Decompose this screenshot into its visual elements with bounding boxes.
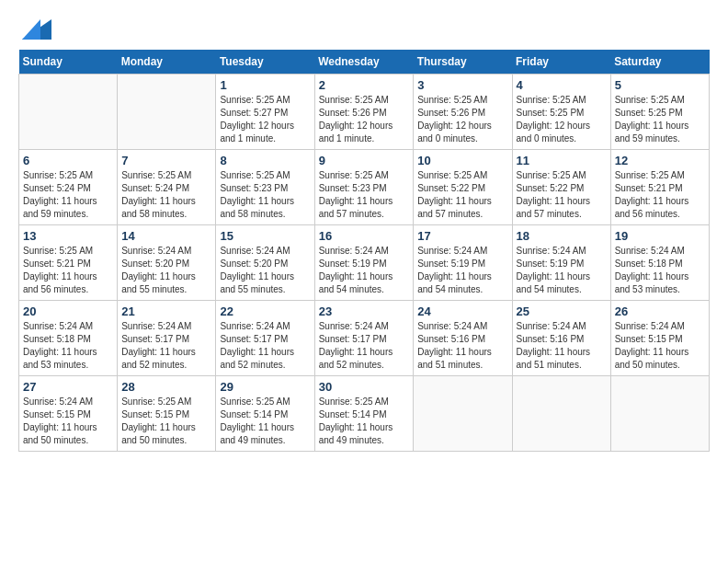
- calendar-week-row: 27Sunrise: 5:24 AM Sunset: 5:15 PM Dayli…: [19, 376, 710, 452]
- calendar-table: SundayMondayTuesdayWednesdayThursdayFrid…: [18, 50, 710, 452]
- cell-content: Sunrise: 5:25 AM Sunset: 5:14 PM Dayligh…: [220, 396, 310, 447]
- calendar-cell: 28Sunrise: 5:25 AM Sunset: 5:15 PM Dayli…: [118, 376, 216, 452]
- calendar-week-row: 20Sunrise: 5:24 AM Sunset: 5:18 PM Dayli…: [19, 301, 710, 376]
- cell-content: Sunrise: 5:24 AM Sunset: 5:20 PM Dayligh…: [220, 245, 310, 296]
- day-number: 25: [517, 304, 607, 318]
- calendar-cell: 14Sunrise: 5:24 AM Sunset: 5:20 PM Dayli…: [118, 225, 216, 301]
- day-number: 10: [417, 154, 507, 167]
- cell-content: Sunrise: 5:25 AM Sunset: 5:14 PM Dayligh…: [319, 396, 410, 447]
- calendar-cell: 8Sunrise: 5:25 AM Sunset: 5:23 PM Daylig…: [216, 150, 314, 225]
- header-cell-saturday: Saturday: [610, 50, 709, 75]
- cell-content: Sunrise: 5:24 AM Sunset: 5:18 PM Dayligh…: [615, 245, 705, 296]
- day-number: 20: [23, 304, 113, 318]
- day-number: 30: [319, 380, 410, 394]
- header-cell-monday: Monday: [118, 50, 216, 75]
- calendar-cell: 19Sunrise: 5:24 AM Sunset: 5:18 PM Dayli…: [610, 225, 709, 301]
- calendar-cell: 15Sunrise: 5:24 AM Sunset: 5:20 PM Dayli…: [216, 225, 314, 301]
- day-number: 27: [23, 380, 113, 394]
- calendar-week-row: 6Sunrise: 5:25 AM Sunset: 5:24 PM Daylig…: [19, 150, 710, 225]
- calendar-cell: 6Sunrise: 5:25 AM Sunset: 5:24 PM Daylig…: [19, 150, 118, 225]
- header-cell-wednesday: Wednesday: [314, 50, 414, 75]
- day-number: 9: [319, 154, 410, 167]
- header-cell-sunday: Sunday: [19, 50, 118, 75]
- cell-content: Sunrise: 5:24 AM Sunset: 5:19 PM Dayligh…: [319, 245, 410, 296]
- calendar-cell: 25Sunrise: 5:24 AM Sunset: 5:16 PM Dayli…: [512, 301, 610, 376]
- day-number: 22: [220, 304, 310, 318]
- calendar-cell: [512, 376, 610, 452]
- calendar-cell: 7Sunrise: 5:25 AM Sunset: 5:24 PM Daylig…: [118, 150, 216, 225]
- cell-content: Sunrise: 5:25 AM Sunset: 5:21 PM Dayligh…: [23, 245, 113, 296]
- cell-content: Sunrise: 5:25 AM Sunset: 5:23 PM Dayligh…: [220, 169, 310, 221]
- cell-content: Sunrise: 5:24 AM Sunset: 5:17 PM Dayligh…: [121, 320, 211, 372]
- calendar-cell: 26Sunrise: 5:24 AM Sunset: 5:15 PM Dayli…: [610, 301, 709, 376]
- cell-content: Sunrise: 5:24 AM Sunset: 5:16 PM Dayligh…: [517, 320, 607, 372]
- calendar-cell: 2Sunrise: 5:25 AM Sunset: 5:26 PM Daylig…: [314, 75, 414, 150]
- cell-content: Sunrise: 5:25 AM Sunset: 5:23 PM Dayligh…: [319, 169, 410, 221]
- day-number: 28: [121, 380, 211, 394]
- calendar-cell: 17Sunrise: 5:24 AM Sunset: 5:19 PM Dayli…: [414, 225, 512, 301]
- calendar-cell: 20Sunrise: 5:24 AM Sunset: 5:18 PM Dayli…: [19, 301, 118, 376]
- cell-content: Sunrise: 5:24 AM Sunset: 5:16 PM Dayligh…: [417, 320, 507, 372]
- day-number: 26: [615, 304, 705, 318]
- calendar-cell: 9Sunrise: 5:25 AM Sunset: 5:23 PM Daylig…: [314, 150, 414, 225]
- calendar-cell: 22Sunrise: 5:24 AM Sunset: 5:17 PM Dayli…: [216, 301, 314, 376]
- calendar-cell: 11Sunrise: 5:25 AM Sunset: 5:22 PM Dayli…: [512, 150, 610, 225]
- calendar-cell: 30Sunrise: 5:25 AM Sunset: 5:14 PM Dayli…: [314, 376, 414, 452]
- calendar-cell: [118, 75, 216, 150]
- cell-content: Sunrise: 5:25 AM Sunset: 5:25 PM Dayligh…: [517, 94, 607, 145]
- cell-content: Sunrise: 5:24 AM Sunset: 5:18 PM Dayligh…: [23, 320, 113, 372]
- calendar-cell: [414, 376, 512, 452]
- day-number: 15: [220, 229, 310, 243]
- day-number: 5: [615, 78, 705, 92]
- calendar-cell: 16Sunrise: 5:24 AM Sunset: 5:19 PM Dayli…: [314, 225, 414, 301]
- cell-content: Sunrise: 5:25 AM Sunset: 5:26 PM Dayligh…: [417, 94, 507, 145]
- cell-content: Sunrise: 5:25 AM Sunset: 5:22 PM Dayligh…: [517, 169, 607, 221]
- day-number: 17: [417, 229, 507, 243]
- header: [18, 18, 710, 40]
- day-number: 3: [417, 78, 507, 92]
- cell-content: Sunrise: 5:25 AM Sunset: 5:21 PM Dayligh…: [615, 169, 705, 221]
- day-number: 21: [121, 304, 211, 318]
- logo: [18, 18, 51, 40]
- calendar-cell: 10Sunrise: 5:25 AM Sunset: 5:22 PM Dayli…: [414, 150, 512, 225]
- day-number: 24: [417, 304, 507, 318]
- calendar-cell: 12Sunrise: 5:25 AM Sunset: 5:21 PM Dayli…: [610, 150, 709, 225]
- day-number: 2: [319, 78, 410, 92]
- day-number: 14: [121, 229, 211, 243]
- header-cell-thursday: Thursday: [414, 50, 512, 75]
- cell-content: Sunrise: 5:25 AM Sunset: 5:24 PM Dayligh…: [121, 169, 211, 221]
- calendar-cell: [19, 75, 118, 150]
- calendar-cell: 3Sunrise: 5:25 AM Sunset: 5:26 PM Daylig…: [414, 75, 512, 150]
- day-number: 19: [615, 229, 705, 243]
- day-number: 23: [319, 304, 410, 318]
- cell-content: Sunrise: 5:25 AM Sunset: 5:26 PM Dayligh…: [319, 94, 410, 145]
- calendar-week-row: 13Sunrise: 5:25 AM Sunset: 5:21 PM Dayli…: [19, 225, 710, 301]
- cell-content: Sunrise: 5:25 AM Sunset: 5:25 PM Dayligh…: [615, 94, 705, 145]
- calendar-cell: 18Sunrise: 5:24 AM Sunset: 5:19 PM Dayli…: [512, 225, 610, 301]
- day-number: 4: [517, 78, 607, 92]
- cell-content: Sunrise: 5:24 AM Sunset: 5:19 PM Dayligh…: [417, 245, 507, 296]
- calendar-cell: 13Sunrise: 5:25 AM Sunset: 5:21 PM Dayli…: [19, 225, 118, 301]
- cell-content: Sunrise: 5:25 AM Sunset: 5:24 PM Dayligh…: [23, 169, 113, 221]
- cell-content: Sunrise: 5:24 AM Sunset: 5:17 PM Dayligh…: [220, 320, 310, 372]
- cell-content: Sunrise: 5:25 AM Sunset: 5:22 PM Dayligh…: [417, 169, 507, 221]
- calendar-cell: 24Sunrise: 5:24 AM Sunset: 5:16 PM Dayli…: [414, 301, 512, 376]
- calendar-cell: [610, 376, 709, 452]
- logo-icon: [22, 19, 51, 40]
- day-number: 6: [23, 154, 113, 167]
- day-number: 12: [615, 154, 705, 167]
- cell-content: Sunrise: 5:24 AM Sunset: 5:20 PM Dayligh…: [121, 245, 211, 296]
- day-number: 8: [220, 154, 310, 167]
- header-cell-friday: Friday: [512, 50, 610, 75]
- day-number: 13: [23, 229, 113, 243]
- header-cell-tuesday: Tuesday: [216, 50, 314, 75]
- calendar-cell: 29Sunrise: 5:25 AM Sunset: 5:14 PM Dayli…: [216, 376, 314, 452]
- cell-content: Sunrise: 5:24 AM Sunset: 5:15 PM Dayligh…: [615, 320, 705, 372]
- cell-content: Sunrise: 5:24 AM Sunset: 5:17 PM Dayligh…: [319, 320, 410, 372]
- calendar-cell: 21Sunrise: 5:24 AM Sunset: 5:17 PM Dayli…: [118, 301, 216, 376]
- cell-content: Sunrise: 5:24 AM Sunset: 5:15 PM Dayligh…: [23, 396, 113, 447]
- calendar-header-row: SundayMondayTuesdayWednesdayThursdayFrid…: [19, 50, 710, 75]
- day-number: 18: [517, 229, 607, 243]
- svg-marker-1: [22, 19, 40, 40]
- calendar-cell: 5Sunrise: 5:25 AM Sunset: 5:25 PM Daylig…: [610, 75, 709, 150]
